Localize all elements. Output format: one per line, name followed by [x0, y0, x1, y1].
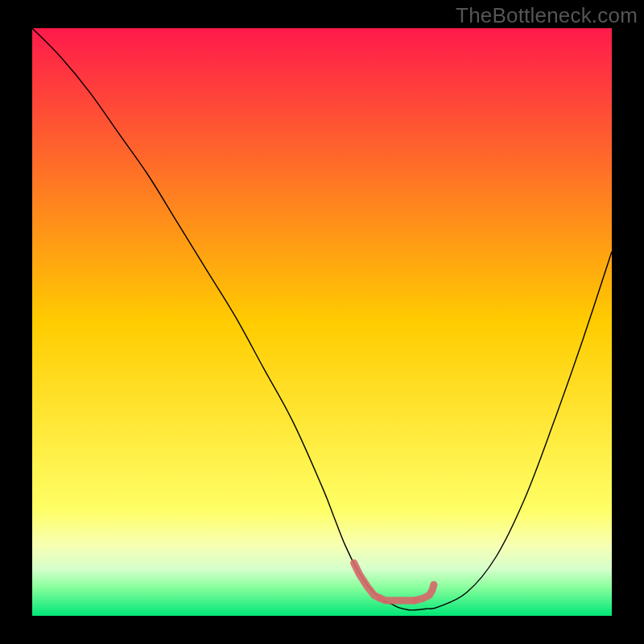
optimal-range-marker-part-1 [380, 598, 415, 601]
chart-svg [32, 28, 612, 616]
chart-container: TheBottleneck.com [0, 0, 644, 644]
plot-area [32, 28, 612, 616]
watermark-text: TheBottleneck.com [456, 3, 638, 28]
gradient-background [32, 28, 612, 616]
